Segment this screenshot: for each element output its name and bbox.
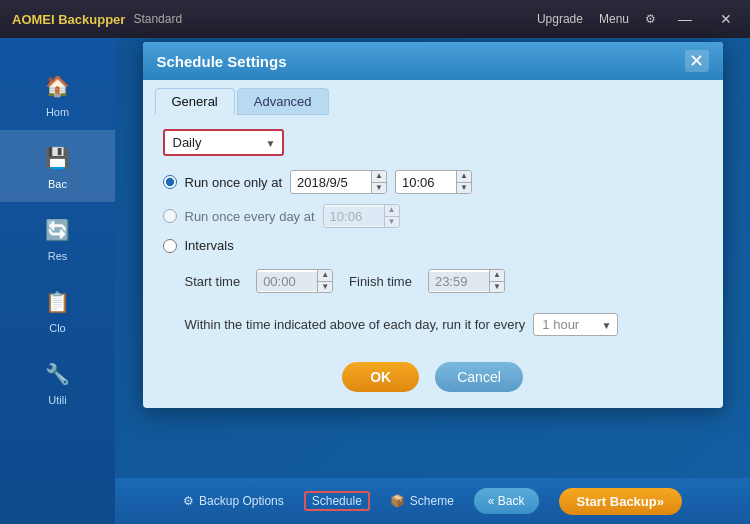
start-backup-button[interactable]: Start Backup»	[559, 488, 682, 515]
dialog-tabs: General Advanced	[143, 80, 723, 115]
start-time-spinner: ▲ ▼	[317, 269, 332, 293]
app-logo: AOMEI Backupper	[12, 12, 125, 27]
dialog-titlebar: Schedule Settings ✕	[143, 42, 723, 80]
top-bar-left: AOMEI Backupper Standard	[12, 12, 182, 27]
within-row: Within the time indicated above of each …	[185, 313, 703, 336]
time-up-button[interactable]: ▲	[457, 170, 471, 183]
backup-options-label: Backup Options	[199, 494, 284, 508]
run-once-only-row: Run once only at ▲ ▼ ▲	[163, 170, 703, 194]
ok-button[interactable]: OK	[342, 362, 419, 392]
hour-select-wrapper[interactable]: 1 hour 2 hours 4 hours 6 hours 12 hours …	[533, 313, 618, 336]
intervals-label: Intervals	[185, 238, 234, 253]
start-time-input	[257, 272, 317, 291]
finish-time-spinner: ▲ ▼	[489, 269, 504, 293]
sidebar: 🏠 Hom 💾 Bac 🔄 Res 📋 Clo 🔧 Utili	[0, 38, 115, 524]
sidebar-item-utilities[interactable]: 🔧 Utili	[0, 346, 115, 418]
run-once-every-time-group: ▲ ▼	[323, 204, 400, 228]
home-icon: 🏠	[42, 70, 74, 102]
dialog-container: Schedule Settings ✕ General Advanced	[115, 28, 750, 524]
dialog-footer: OK Cancel	[143, 352, 723, 408]
run-once-every-radio[interactable]	[163, 209, 177, 223]
schedule-button[interactable]: Schedule	[304, 491, 370, 511]
sidebar-label-backup: Bac	[48, 178, 67, 190]
utilities-icon: 🔧	[42, 358, 74, 390]
sidebar-label-clone: Clo	[49, 322, 66, 334]
run-once-every-spinner: ▲ ▼	[384, 204, 399, 228]
run-once-time-input[interactable]	[396, 173, 456, 192]
cancel-button[interactable]: Cancel	[435, 362, 523, 392]
frequency-select[interactable]: Daily Weekly Monthly Event triggers USB …	[165, 131, 282, 154]
run-once-time-group[interactable]: ▲ ▼	[395, 170, 472, 194]
backup-icon: 💾	[42, 142, 74, 174]
upgrade-button[interactable]: Upgrade	[537, 12, 583, 26]
dialog-title: Schedule Settings	[157, 53, 287, 70]
run-once-only-label: Run once only at	[185, 175, 283, 190]
menu-button[interactable]: Menu	[599, 12, 629, 26]
finish-time-up-button: ▲	[490, 269, 504, 282]
tab-advanced[interactable]: Advanced	[237, 88, 329, 115]
finish-time-down-button: ▼	[490, 282, 504, 294]
dialog-close-button[interactable]: ✕	[685, 50, 709, 72]
backup-options-button[interactable]: ⚙ Backup Options	[183, 494, 284, 508]
dialog-box: Schedule Settings ✕ General Advanced	[143, 42, 723, 408]
app-background: AOMEI Backupper Standard Upgrade Menu ⚙ …	[0, 0, 750, 524]
finish-time-group[interactable]: ▲ ▼	[428, 269, 505, 293]
frequency-select-wrapper[interactable]: Daily Weekly Monthly Event triggers USB …	[163, 129, 284, 156]
date-input-group[interactable]: ▲ ▼	[290, 170, 387, 194]
date-up-button[interactable]: ▲	[372, 170, 386, 183]
date-spinner: ▲ ▼	[371, 170, 386, 194]
start-finish-time-row: Start time ▲ ▼ Finish time	[185, 269, 703, 293]
start-time-label: Start time	[185, 274, 241, 289]
start-time-down-button: ▼	[318, 282, 332, 294]
run-once-every-time-input	[324, 207, 384, 226]
settings-icon[interactable]: ⚙	[645, 12, 656, 26]
schedule-label: Schedule	[312, 494, 362, 508]
sidebar-item-home[interactable]: 🏠 Hom	[0, 58, 115, 130]
every-time-down-button: ▼	[385, 217, 399, 229]
sidebar-item-restore[interactable]: 🔄 Res	[0, 202, 115, 274]
date-input[interactable]	[291, 173, 371, 192]
intervals-row: Intervals	[163, 238, 703, 253]
run-once-only-radio[interactable]	[163, 175, 177, 189]
start-time-group[interactable]: ▲ ▼	[256, 269, 333, 293]
run-once-every-row: Run once every day at ▲ ▼	[163, 204, 703, 228]
scheme-label: Scheme	[410, 494, 454, 508]
within-text: Within the time indicated above of each …	[185, 317, 526, 332]
run-once-every-label: Run once every day at	[185, 209, 315, 224]
top-bar-right: Upgrade Menu ⚙ — ✕	[537, 9, 738, 29]
clone-icon: 📋	[42, 286, 74, 318]
bottom-bar: ⚙ Backup Options Schedule 📦 Scheme « Bac…	[115, 478, 750, 524]
run-once-time-spinner: ▲ ▼	[456, 170, 471, 194]
finish-time-label: Finish time	[349, 274, 412, 289]
schedule-options: Run once only at ▲ ▼ ▲	[163, 170, 703, 336]
sidebar-label-home: Hom	[46, 106, 69, 118]
sidebar-item-backup[interactable]: 💾 Bac	[0, 130, 115, 202]
finish-time-input	[429, 272, 489, 291]
sidebar-label-utilities: Utili	[48, 394, 66, 406]
back-button[interactable]: « Back	[474, 488, 539, 514]
schedule-label-box[interactable]: Schedule	[304, 491, 370, 511]
scheme-button[interactable]: 📦 Scheme	[390, 494, 454, 508]
every-time-up-button: ▲	[385, 204, 399, 217]
close-button[interactable]: ✕	[714, 9, 738, 29]
dialog-content: Daily Weekly Monthly Event triggers USB …	[143, 115, 723, 352]
date-down-button[interactable]: ▼	[372, 183, 386, 195]
frequency-dropdown-row: Daily Weekly Monthly Event triggers USB …	[163, 129, 703, 156]
restore-icon: 🔄	[42, 214, 74, 246]
sidebar-item-clone[interactable]: 📋 Clo	[0, 274, 115, 346]
hour-select[interactable]: 1 hour 2 hours 4 hours 6 hours 12 hours	[534, 314, 617, 335]
minimize-button[interactable]: —	[672, 9, 698, 29]
time-down-button[interactable]: ▼	[457, 183, 471, 195]
app-edition: Standard	[133, 12, 182, 26]
scheme-icon: 📦	[390, 494, 405, 508]
sidebar-label-restore: Res	[48, 250, 68, 262]
gear-icon: ⚙	[183, 494, 194, 508]
start-time-up-button: ▲	[318, 269, 332, 282]
tab-general[interactable]: General	[155, 88, 235, 115]
intervals-radio[interactable]	[163, 239, 177, 253]
